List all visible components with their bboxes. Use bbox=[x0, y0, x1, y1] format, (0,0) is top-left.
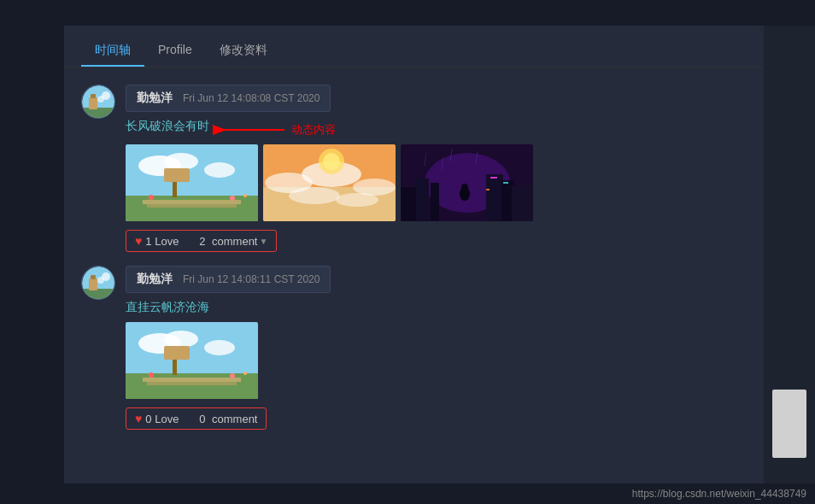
heart-icon: ♥ bbox=[135, 234, 142, 248]
content-area: 时间轴 Profile 修改资料 bbox=[64, 26, 764, 483]
svg-rect-3 bbox=[91, 94, 96, 98]
svg-rect-53 bbox=[126, 373, 258, 399]
dropdown-icon: ▼ bbox=[259, 237, 267, 246]
svg-point-55 bbox=[164, 331, 198, 348]
post-header: 勤勉洋 Fri Jun 12 14:08:11 CST 2020 bbox=[126, 266, 331, 293]
svg-rect-36 bbox=[512, 185, 533, 221]
reaction-bar[interactable]: ♥ 1 Love 2 comment ▼ bbox=[126, 230, 277, 252]
post-text: 直挂云帆济沧海 bbox=[126, 300, 747, 315]
svg-point-19 bbox=[243, 194, 247, 197]
svg-rect-16 bbox=[147, 204, 237, 208]
post-time: Fri Jun 12 14:08:08 CST 2020 bbox=[183, 92, 320, 104]
left-sidebar bbox=[0, 26, 64, 483]
svg-point-5 bbox=[97, 96, 104, 103]
svg-rect-31 bbox=[401, 187, 418, 221]
svg-point-18 bbox=[230, 196, 235, 201]
svg-rect-33 bbox=[431, 183, 439, 221]
url-display: https://blog.csdn.net/weixin_44438749 bbox=[632, 488, 806, 500]
svg-rect-39 bbox=[486, 189, 490, 190]
post-author: 勤勉洋 bbox=[137, 91, 173, 104]
arrow-annotation bbox=[209, 122, 286, 138]
svg-point-41 bbox=[461, 184, 468, 190]
post-author: 勤勉洋 bbox=[137, 272, 173, 285]
svg-rect-48 bbox=[89, 278, 97, 290]
svg-rect-32 bbox=[416, 179, 429, 221]
svg-point-24 bbox=[353, 179, 396, 196]
love-count: 1 Love bbox=[145, 235, 179, 248]
post-item: 勤勉洋 Fri Jun 12 14:08:08 CST 2020 长风破浪会有时 bbox=[81, 85, 747, 252]
comment-button[interactable]: 2 comment ▼ bbox=[199, 235, 267, 248]
tab-edit[interactable]: 修改资料 bbox=[206, 36, 281, 67]
svg-rect-9 bbox=[126, 196, 258, 221]
svg-point-63 bbox=[243, 372, 247, 375]
images-grid bbox=[126, 144, 747, 221]
svg-point-17 bbox=[149, 195, 154, 200]
svg-rect-49 bbox=[91, 275, 96, 279]
image-thumb bbox=[263, 144, 396, 221]
svg-point-28 bbox=[323, 153, 340, 170]
dynamic-label: 动态内容 bbox=[291, 122, 336, 138]
avatar bbox=[81, 266, 115, 300]
svg-point-61 bbox=[149, 372, 154, 378]
image-thumb bbox=[126, 144, 258, 221]
post-header: 勤勉洋 Fri Jun 12 14:08:08 CST 2020 bbox=[126, 85, 331, 112]
svg-rect-15 bbox=[143, 200, 241, 204]
svg-rect-14 bbox=[164, 168, 190, 182]
post-item: 勤勉洋 Fri Jun 12 14:08:11 CST 2020 直挂云帆济沧海 bbox=[81, 266, 747, 430]
svg-point-51 bbox=[97, 277, 104, 284]
reaction-bar[interactable]: ♥ 0 Love 0 comment bbox=[126, 407, 267, 430]
tabs-container: 时间轴 Profile 修改资料 bbox=[64, 26, 764, 67]
images-grid bbox=[126, 322, 747, 399]
svg-rect-38 bbox=[503, 182, 508, 184]
svg-point-62 bbox=[230, 373, 235, 378]
post-content: 勤勉洋 Fri Jun 12 14:08:11 CST 2020 直挂云帆济沧海 bbox=[126, 266, 747, 430]
post-text: 长风破浪会有时 bbox=[126, 119, 209, 134]
tab-timeline[interactable]: 时间轴 bbox=[81, 36, 144, 67]
post-content: 勤勉洋 Fri Jun 12 14:08:08 CST 2020 长风破浪会有时 bbox=[126, 85, 747, 252]
image-thumb bbox=[401, 144, 533, 221]
tab-profile[interactable]: Profile bbox=[144, 36, 206, 67]
svg-rect-59 bbox=[143, 378, 241, 382]
svg-point-25 bbox=[289, 187, 340, 204]
svg-point-12 bbox=[204, 162, 235, 178]
svg-rect-47 bbox=[82, 289, 115, 300]
comment-button[interactable]: 0 comment bbox=[199, 413, 257, 425]
svg-rect-34 bbox=[486, 174, 503, 221]
love-count: 0 Love bbox=[145, 413, 179, 425]
svg-rect-58 bbox=[164, 346, 190, 360]
image-thumb bbox=[126, 322, 258, 399]
svg-point-26 bbox=[336, 193, 378, 207]
svg-point-11 bbox=[164, 153, 198, 170]
posts-container: 勤勉洋 Fri Jun 12 14:08:08 CST 2020 长风破浪会有时 bbox=[64, 76, 764, 438]
right-sidebar bbox=[764, 26, 815, 483]
avatar bbox=[81, 85, 115, 119]
svg-rect-60 bbox=[147, 382, 237, 385]
svg-point-56 bbox=[204, 340, 235, 355]
heart-icon: ♥ bbox=[135, 412, 142, 425]
svg-rect-1 bbox=[82, 108, 115, 119]
top-bar bbox=[0, 0, 815, 26]
svg-rect-37 bbox=[490, 177, 497, 179]
right-sidebar-box bbox=[772, 390, 806, 458]
annotation-area: 长风破浪会有时 bbox=[126, 119, 747, 141]
post-time: Fri Jun 12 14:08:11 CST 2020 bbox=[183, 273, 320, 285]
svg-rect-2 bbox=[89, 97, 97, 109]
bottom-bar: https://blog.csdn.net/weixin_44438749 bbox=[0, 483, 815, 504]
